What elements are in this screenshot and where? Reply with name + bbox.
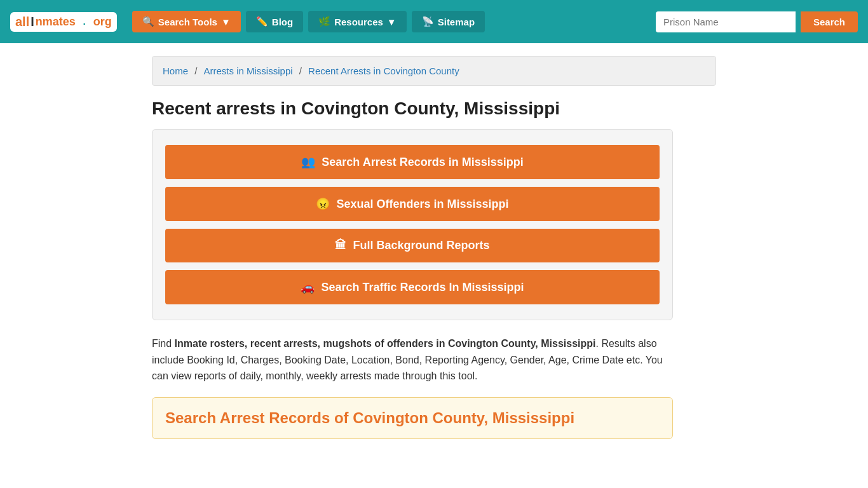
background-reports-label: Full Background Reports bbox=[353, 239, 489, 252]
logo-circle: . bbox=[78, 15, 91, 28]
breadcrumb-sep-1: / bbox=[194, 65, 200, 76]
resources-icon: 🌿 bbox=[318, 16, 330, 27]
main-content: Home / Arrests in Mississippi / Recent A… bbox=[142, 43, 726, 452]
search-tools-label: Search Tools bbox=[158, 17, 217, 27]
logo-inmates-text: I bbox=[31, 15, 34, 29]
breadcrumb-sep-2: / bbox=[299, 65, 304, 76]
traffic-records-button[interactable]: 🚗 Search Traffic Records In Mississippi bbox=[165, 270, 660, 304]
building-icon: 🏛 bbox=[335, 239, 346, 252]
chevron-down-icon: ▼ bbox=[221, 17, 231, 27]
search-records-section: Search Arrest Records of Covington Count… bbox=[152, 397, 673, 439]
sexual-offenders-label: Sexual Offenders in Mississippi bbox=[336, 198, 508, 211]
offender-icon: 😠 bbox=[316, 197, 330, 211]
blog-label: Blog bbox=[272, 17, 293, 27]
background-reports-button[interactable]: 🏛 Full Background Reports bbox=[165, 229, 660, 262]
action-card: 👥 Search Arrest Records in Mississippi 😠… bbox=[152, 129, 673, 320]
search-arrest-records-label: Search Arrest Records in Mississippi bbox=[322, 156, 523, 169]
people-icon: 👥 bbox=[301, 155, 315, 169]
breadcrumb-arrests[interactable]: Arrests in Mississippi bbox=[204, 65, 293, 76]
logo[interactable]: all I nmates . org bbox=[10, 12, 117, 32]
resources-label: Resources bbox=[334, 17, 383, 27]
prison-search-input[interactable] bbox=[656, 11, 796, 32]
sitemap-icon: 📡 bbox=[422, 16, 434, 27]
car-icon: 🚗 bbox=[301, 280, 315, 294]
prison-search-button[interactable]: Search bbox=[801, 11, 858, 32]
page-title: Recent arrests in Covington County, Miss… bbox=[152, 98, 716, 119]
search-tools-button[interactable]: 🔍 Search Tools ▼ bbox=[132, 11, 241, 32]
sitemap-label: Sitemap bbox=[438, 17, 475, 27]
logo-all: all bbox=[15, 15, 29, 29]
traffic-records-label: Search Traffic Records In Mississippi bbox=[321, 281, 524, 294]
search-button-label: Search bbox=[813, 17, 845, 27]
chevron-down-icon-resources: ▼ bbox=[387, 17, 397, 27]
description-bold: Inmate rosters, recent arrests, mugshots… bbox=[175, 338, 596, 349]
sitemap-button[interactable]: 📡 Sitemap bbox=[412, 11, 485, 32]
search-section-title: Search Arrest Records of Covington Count… bbox=[165, 409, 660, 427]
logo-org-text: org bbox=[93, 15, 112, 29]
description-intro: Find bbox=[152, 338, 175, 349]
resources-button[interactable]: 🌿 Resources ▼ bbox=[308, 11, 407, 32]
breadcrumb: Home / Arrests in Mississippi / Recent A… bbox=[152, 56, 716, 86]
search-icon: 🔍 bbox=[142, 16, 154, 27]
description-text: Find Inmate rosters, recent arrests, mug… bbox=[152, 336, 673, 384]
search-arrest-records-button[interactable]: 👥 Search Arrest Records in Mississippi bbox=[165, 145, 660, 179]
logo-nmates: nmates bbox=[36, 15, 76, 29]
blog-button[interactable]: ✏️ Blog bbox=[246, 11, 303, 32]
breadcrumb-home[interactable]: Home bbox=[163, 65, 188, 76]
breadcrumb-current[interactable]: Recent Arrests in Covington County bbox=[308, 65, 459, 76]
navbar: all I nmates . org 🔍 Search Tools ▼ ✏️ B… bbox=[0, 0, 868, 43]
sexual-offenders-button[interactable]: 😠 Sexual Offenders in Mississippi bbox=[165, 187, 660, 221]
blog-icon: ✏️ bbox=[256, 16, 268, 27]
